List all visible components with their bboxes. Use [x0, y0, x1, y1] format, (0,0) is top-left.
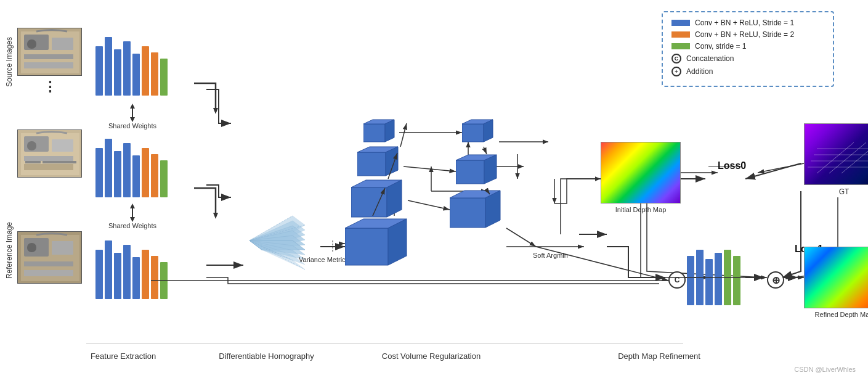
svg-marker-32: [213, 108, 218, 114]
legend-color-blue: [671, 20, 690, 26]
svg-line-89: [758, 163, 804, 173]
svg-rect-16: [27, 141, 36, 150]
watermark: CSDN @LiverWhles: [794, 366, 856, 373]
diagram-container: Conv + BN + ReLU, Stride = 1 Conv + BN +…: [0, 0, 868, 378]
depth-refinement-bars: [687, 250, 740, 305]
svg-marker-63: [456, 160, 484, 184]
svg-marker-28: [130, 117, 135, 122]
shared-weights-2: Shared Weights: [95, 203, 169, 229]
legend-label-2: Conv + BN + ReLU, Stride = 2: [695, 30, 794, 39]
initial-depth-map-container: Initial Depth Map: [601, 142, 681, 213]
decoder-cube-2: [456, 153, 500, 191]
legend-label-3: Conv, stride = 1: [695, 42, 746, 51]
svg-marker-66: [450, 198, 485, 228]
svg-line-92: [842, 142, 868, 173]
encoder-cube-3: [351, 178, 407, 224]
separator-line: [86, 343, 683, 344]
svg-line-74: [404, 166, 456, 171]
svg-rect-18: [43, 161, 76, 163]
soft-argmin-label: Soft Argmin: [533, 252, 568, 259]
initial-depth-map: [601, 142, 681, 203]
feature-bars-src2: [95, 139, 168, 197]
loss0-label: Loss0: [718, 160, 746, 171]
svg-rect-15: [24, 164, 73, 170]
svg-rect-17: [25, 161, 41, 163]
encoder-cube-2: [357, 145, 402, 183]
legend-add-symbol: +: [671, 67, 681, 76]
section-feature-extraction: Feature Extraction: [74, 351, 172, 361]
svg-line-72: [400, 123, 407, 147]
legend-label-1: Conv + BN + ReLU, Stride = 1: [695, 18, 794, 27]
svg-rect-25: [27, 243, 36, 252]
svg-marker-31: [130, 217, 135, 222]
section-diff-homography: Differentiable Homography: [216, 351, 317, 361]
svg-marker-51: [351, 187, 387, 217]
svg-line-78: [506, 228, 536, 247]
legend-color-green: [671, 43, 690, 49]
svg-rect-13: [52, 139, 73, 152]
legend-item-1: Conv + BN + ReLU, Stride = 1: [671, 18, 824, 27]
gt-container: GT: [804, 123, 868, 196]
svg-marker-27: [130, 104, 135, 109]
reference-image: [17, 231, 82, 284]
feature-bars-src1: [95, 37, 168, 96]
legend-label-5: Addition: [686, 67, 713, 76]
svg-marker-48: [345, 228, 388, 265]
svg-rect-14: [24, 156, 73, 161]
svg-marker-30: [130, 203, 135, 208]
legend-item-4: C Concatenation: [671, 54, 824, 64]
svg-marker-62: [484, 120, 493, 142]
encoder-cube-1: [363, 118, 398, 148]
gt-image: [804, 123, 868, 185]
homography-fan: [243, 203, 323, 280]
variance-metric-label: Variance Metric: [299, 256, 346, 263]
legend-item-5: + Addition: [671, 67, 824, 76]
add-symbol: ⊕: [767, 271, 784, 289]
decoder-cube-3: [450, 188, 505, 235]
svg-line-90: [817, 142, 854, 173]
gt-label: GT: [804, 187, 868, 196]
bend-arrow-2: [191, 179, 240, 231]
source-image-2: [17, 129, 82, 178]
legend-item-2: Conv + BN + ReLU, Stride = 2: [671, 30, 824, 39]
feature-bars-ref: [95, 240, 168, 299]
svg-marker-54: [357, 152, 386, 176]
svg-marker-59: [385, 120, 394, 142]
bend-arrow-1: [191, 74, 240, 126]
encoder-cube-4: [345, 216, 413, 274]
svg-marker-57: [363, 124, 385, 142]
svg-rect-22: [52, 241, 73, 255]
legend-item-3: Conv, stride = 1: [671, 42, 824, 51]
refined-depth-map-label: Refined Depth Map: [804, 311, 868, 318]
dots: ⋮: [43, 79, 57, 95]
svg-line-91: [829, 142, 866, 173]
decoder-cube-1: [462, 118, 497, 148]
svg-rect-9: [27, 39, 36, 49]
initial-depth-map-label: Initial Depth Map: [601, 206, 681, 213]
refined-depth-map: [804, 247, 868, 308]
source-images-label: Source Images: [5, 37, 14, 87]
svg-rect-6: [52, 38, 73, 50]
shared-weights-label-1: Shared Weights: [108, 122, 156, 129]
reference-image-label: Reference Image: [5, 222, 14, 279]
legend-box: Conv + BN + ReLU, Stride = 1 Conv + BN +…: [662, 11, 834, 87]
section-cost-volume: Cost Volume Regularization: [345, 351, 517, 361]
svg-rect-8: [24, 62, 73, 68]
svg-marker-33: [213, 213, 218, 219]
svg-rect-23: [24, 261, 73, 266]
source-image-1: [17, 28, 82, 76]
legend-color-orange: [671, 31, 690, 38]
refined-depth-map-container: Refined Depth Map: [804, 247, 868, 318]
shared-weights-label-2: Shared Weights: [108, 222, 156, 229]
svg-rect-7: [24, 54, 73, 59]
concat-symbol: C: [668, 271, 686, 289]
legend-concat-symbol: C: [671, 54, 681, 64]
svg-rect-24: [24, 270, 73, 276]
shared-weights-1: Shared Weights: [95, 104, 169, 129]
svg-line-75: [408, 200, 450, 210]
legend-label-4: Concatenation: [686, 54, 734, 63]
section-depth-refinement: Depth Map Refinement: [591, 351, 727, 361]
svg-marker-60: [462, 124, 484, 142]
